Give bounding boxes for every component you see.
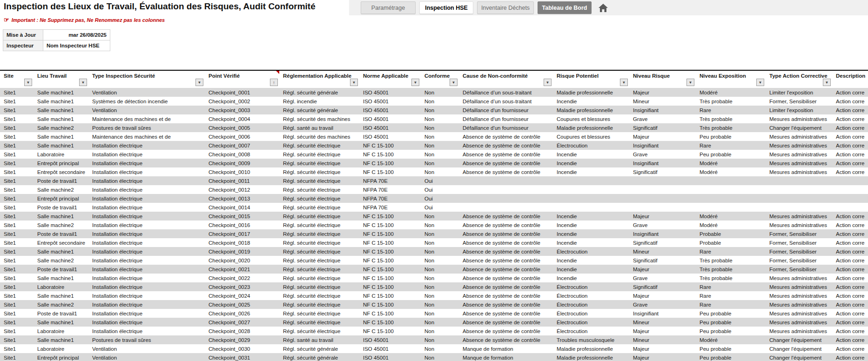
- cell-cause[interactable]: Absence de système de contrôle: [459, 212, 553, 221]
- cell-action[interactable]: Mesures administratives: [766, 221, 832, 229]
- cell-lieu[interactable]: Salle machine1: [34, 88, 88, 97]
- cell-desc[interactable]: Action corre: [832, 256, 868, 265]
- cell-cause[interactable]: [459, 203, 553, 212]
- cell-conforme[interactable]: Oui: [421, 194, 459, 203]
- cell-desc[interactable]: Action corre: [832, 88, 868, 97]
- cell-nivexpo[interactable]: Peu probable: [696, 309, 766, 318]
- filter-button-regl[interactable]: ▼: [350, 79, 358, 86]
- cell-norme[interactable]: NFPA 70E: [359, 185, 421, 194]
- cell-desc[interactable]: Action corre: [832, 221, 868, 229]
- cell-cause[interactable]: Défaillance d'un fournisseur: [459, 114, 553, 123]
- cell-conforme[interactable]: Non: [421, 335, 459, 344]
- cell-desc[interactable]: Action corre: [832, 150, 868, 159]
- cell-nivexpo[interactable]: Rare: [696, 141, 766, 150]
- cell-desc[interactable]: Action corre: [832, 212, 868, 221]
- cell-desc[interactable]: [832, 203, 868, 212]
- cell-point[interactable]: Checkpoint_0029: [205, 335, 279, 344]
- cell-risque[interactable]: Incendie: [553, 97, 629, 106]
- cell-cause[interactable]: Absence de système de contrôle: [459, 309, 553, 318]
- cell-lieu[interactable]: Laboratoire: [34, 327, 88, 335]
- cell-cause[interactable]: Défaillance d'un fournisseur: [459, 106, 553, 114]
- cell-norme[interactable]: ISO 45001: [359, 106, 421, 114]
- cell-site[interactable]: Site1: [0, 114, 34, 123]
- cell-cause[interactable]: Absence de système de contrôle: [459, 282, 553, 291]
- cell-regl[interactable]: Régl. sécurité des machines: [279, 114, 359, 123]
- cell-nivrisque[interactable]: Grave: [629, 300, 696, 309]
- cell-site[interactable]: Site1: [0, 247, 34, 256]
- cell-nivrisque[interactable]: Significatif: [629, 238, 696, 247]
- cell-regl[interactable]: Régl. sécurité électrique: [279, 141, 359, 150]
- cell-desc[interactable]: Action corre: [832, 291, 868, 300]
- cell-lieu[interactable]: Salle machine1: [34, 106, 88, 114]
- cell-point[interactable]: Checkpoint_0012: [205, 185, 279, 194]
- cell-nivexpo[interactable]: Modéré: [696, 167, 766, 176]
- cell-nivrisque[interactable]: Majeur: [629, 327, 696, 335]
- cell-norme[interactable]: NF C 15-100: [359, 282, 421, 291]
- cell-norme[interactable]: NF C 15-100: [359, 167, 421, 176]
- cell-risque[interactable]: Électrocution: [553, 309, 629, 318]
- cell-point[interactable]: Checkpoint_0023: [205, 282, 279, 291]
- cell-type[interactable]: Installation électrique: [88, 265, 205, 274]
- cell-cause[interactable]: Défaillance d’un sous-traitant: [459, 97, 553, 106]
- cell-nivexpo[interactable]: Modéré: [696, 159, 766, 167]
- cell-type[interactable]: Installation électrique: [88, 318, 205, 327]
- cell-action[interactable]: Mesures administratives: [766, 159, 832, 167]
- cell-norme[interactable]: NF C 15-100: [359, 318, 421, 327]
- cell-regl[interactable]: Régl. sécurité électrique: [279, 185, 359, 194]
- cell-desc[interactable]: Action corre: [832, 106, 868, 114]
- cell-type[interactable]: Installation électrique: [88, 185, 205, 194]
- cell-cause[interactable]: Absence de système de contrôle: [459, 167, 553, 176]
- cell-desc[interactable]: Action corre: [832, 97, 868, 106]
- cell-action[interactable]: Former, Sensibiliser: [766, 229, 832, 238]
- cell-point[interactable]: Checkpoint_0010: [205, 167, 279, 176]
- cell-type[interactable]: Postures de travail sûres: [88, 123, 205, 132]
- cell-nivexpo[interactable]: Peu probable: [696, 327, 766, 335]
- cell-lieu[interactable]: Salle machine1: [34, 97, 88, 106]
- cell-regl[interactable]: Régl. sécurité électrique: [279, 265, 359, 274]
- cell-risque[interactable]: Incendie: [553, 150, 629, 159]
- cell-desc[interactable]: Action corre: [832, 229, 868, 238]
- cell-nivexpo[interactable]: [696, 194, 766, 203]
- cell-point[interactable]: Checkpoint_0004: [205, 114, 279, 123]
- cell-lieu[interactable]: Laboratoire: [34, 282, 88, 291]
- cell-point[interactable]: Checkpoint_0028: [205, 327, 279, 335]
- cell-risque[interactable]: Électrocution: [553, 291, 629, 300]
- cell-site[interactable]: Site1: [0, 194, 34, 203]
- cell-conforme[interactable]: Non: [421, 291, 459, 300]
- cell-norme[interactable]: NF C 15-100: [359, 274, 421, 282]
- cell-norme[interactable]: NF C 15-100: [359, 212, 421, 221]
- cell-norme[interactable]: ISO 45001: [359, 335, 421, 344]
- cell-nivrisque[interactable]: Insignifiant: [629, 229, 696, 238]
- cell-point[interactable]: Checkpoint_0009: [205, 159, 279, 167]
- cell-norme[interactable]: NFPA 70E: [359, 194, 421, 203]
- cell-risque[interactable]: Incendie: [553, 229, 629, 238]
- cell-regl[interactable]: Régl. sécurité électrique: [279, 176, 359, 185]
- cell-norme[interactable]: NF C 15-100: [359, 300, 421, 309]
- cell-point[interactable]: Checkpoint_0007: [205, 141, 279, 150]
- cell-site[interactable]: Site1: [0, 88, 34, 97]
- cell-regl[interactable]: Régl. sécurité électrique: [279, 167, 359, 176]
- cell-point[interactable]: Checkpoint_0008: [205, 150, 279, 159]
- cell-desc[interactable]: [832, 194, 868, 203]
- filter-button-lieu[interactable]: ▼: [79, 79, 87, 86]
- cell-lieu[interactable]: Entrepôt principal: [34, 159, 88, 167]
- cell-action[interactable]: Former, Sensibiliser: [766, 256, 832, 265]
- cell-conforme[interactable]: Non: [421, 344, 459, 353]
- cell-cause[interactable]: Manque de formation: [459, 353, 553, 361]
- cell-cause[interactable]: [459, 194, 553, 203]
- cell-action[interactable]: [766, 176, 832, 185]
- cell-nivexpo[interactable]: Peu probable: [696, 344, 766, 353]
- cell-point[interactable]: Checkpoint_0005: [205, 123, 279, 132]
- cell-site[interactable]: Site1: [0, 221, 34, 229]
- cell-conforme[interactable]: Non: [421, 274, 459, 282]
- cell-cause[interactable]: Absence de système de contrôle: [459, 265, 553, 274]
- cell-conforme[interactable]: Oui: [421, 185, 459, 194]
- cell-norme[interactable]: NF C 15-100: [359, 265, 421, 274]
- cell-nivexpo[interactable]: Probable: [696, 238, 766, 247]
- cell-type[interactable]: Installation électrique: [88, 150, 205, 159]
- cell-type[interactable]: Installation électrique: [88, 221, 205, 229]
- cell-norme[interactable]: NF C 15-100: [359, 309, 421, 318]
- cell-conforme[interactable]: Non: [421, 327, 459, 335]
- cell-nivexpo[interactable]: Probable: [696, 229, 766, 238]
- cell-risque[interactable]: [553, 194, 629, 203]
